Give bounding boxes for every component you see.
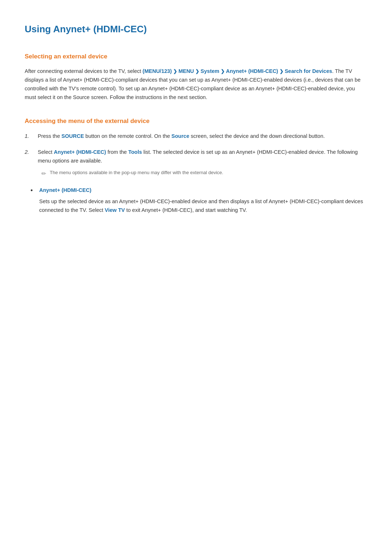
bullet-description: Sets up the selected device as an Anynet… xyxy=(39,197,367,215)
step-1-source2: Source xyxy=(171,133,189,139)
arrow1: ❯ xyxy=(172,69,178,74)
step-2: 2. Select Anynet+ (HDMI-CEC) from the To… xyxy=(25,148,367,179)
step-2-anynet: Anynet+ (HDMI-CEC) xyxy=(54,149,106,155)
bullet-desc-after: to exit Anynet+ (HDMI-CEC), and start wa… xyxy=(125,207,247,213)
selecting-heading: Selecting an external device xyxy=(25,52,367,61)
accessing-heading: Accessing the menu of the external devic… xyxy=(25,116,367,126)
selecting-section: Selecting an external device After conne… xyxy=(25,52,367,102)
step-2-content: Select Anynet+ (HDMI-CEC) from the Tools… xyxy=(38,148,367,179)
anynet-label: Anynet+ (HDMI-CEC) xyxy=(226,68,278,74)
bullet-view-tv: View TV xyxy=(105,207,125,213)
step-1-source: SOURCE xyxy=(61,133,84,139)
bullet-content: Anynet+ (HDMI-CEC) Sets up the selected … xyxy=(39,186,367,215)
bullet-item-anynet: • Anynet+ (HDMI-CEC) Sets up the selecte… xyxy=(30,186,367,215)
step-1-middle: button on the remote control. On the xyxy=(84,133,171,139)
system-label: System xyxy=(201,68,220,74)
step-2-tools: Tools xyxy=(128,149,142,155)
menu-label: MENU xyxy=(179,68,194,74)
step-1-number: 1. xyxy=(25,132,38,141)
step-2-number: 2. xyxy=(25,148,38,179)
arrow4: ❯ xyxy=(278,69,285,74)
step-1-before: Press the xyxy=(38,133,61,139)
note-icon: ✏ xyxy=(41,169,46,178)
menu-ref: (MENU/123) xyxy=(143,68,172,74)
steps-list: 1. Press the SOURCE button on the remote… xyxy=(25,132,367,179)
arrow3: ❯ xyxy=(219,69,226,74)
intro-before-menu: After connecting external devices to the… xyxy=(25,68,143,74)
note-block: ✏ The menu options available in the pop-… xyxy=(41,169,367,178)
step-2-middle: from the xyxy=(106,149,128,155)
search-label: Search for Devices xyxy=(285,68,332,74)
step-2-before: Select xyxy=(38,149,54,155)
bullet-dot: • xyxy=(30,186,39,195)
page-title: Using Anynet+ (HDMI-CEC) xyxy=(25,22,367,37)
bullet-section: • Anynet+ (HDMI-CEC) Sets up the selecte… xyxy=(30,186,367,215)
accessing-section: Accessing the menu of the external devic… xyxy=(25,116,367,214)
intro-paragraph: After connecting external devices to the… xyxy=(25,67,367,102)
step-1-content: Press the SOURCE button on the remote co… xyxy=(38,132,367,141)
arrow2: ❯ xyxy=(194,69,200,74)
bullet-title: Anynet+ (HDMI-CEC) xyxy=(39,186,367,194)
step-1: 1. Press the SOURCE button on the remote… xyxy=(25,132,367,141)
step-1-after: screen, select the device and the down d… xyxy=(189,133,325,139)
note-text: The menu options available in the pop-up… xyxy=(50,169,223,176)
